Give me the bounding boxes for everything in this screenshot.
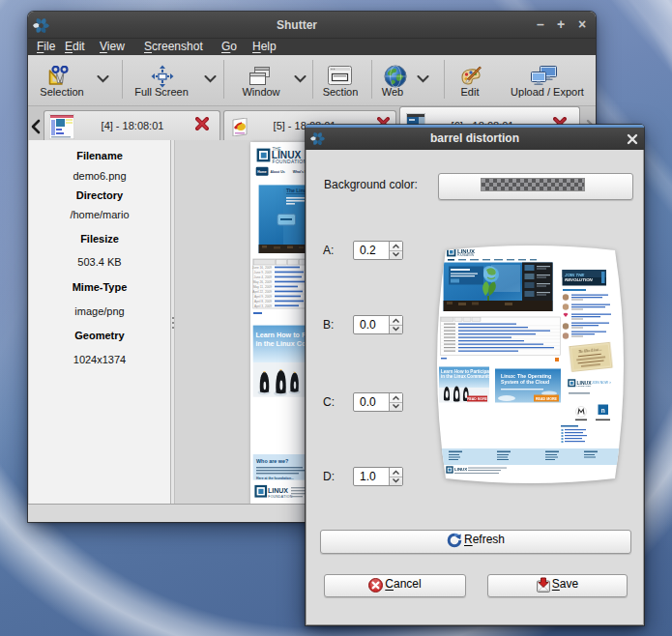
svg-text:n: n [601, 407, 605, 414]
svg-text:Learn How to P: Learn How to P [255, 331, 307, 339]
svg-text:FOUNDATION: FOUNDATION [457, 253, 474, 257]
svg-text:JOIN NOW >: JOIN NOW > [592, 381, 611, 385]
svg-text:REVOLUTION: REVOLUTION [565, 277, 594, 282]
svg-text:in the Linux Community: in the Linux Community [441, 374, 492, 379]
svg-text:April 9, 2009: April 9, 2009 [254, 295, 272, 299]
svg-text:April 22, 2009: April 22, 2009 [252, 290, 272, 294]
svg-text:READ MORE: READ MORE [467, 397, 487, 401]
svg-text:FOUNDATION: FOUNDATION [268, 495, 292, 499]
svg-text:April 3, 2009: April 3, 2009 [254, 304, 272, 308]
svg-text:JOIN THE: JOIN THE [565, 273, 585, 277]
svg-text:June 16, 2009: June 16, 2009 [252, 266, 272, 270]
svg-text:FOUNDATION: FOUNDATION [273, 159, 307, 164]
svg-text:in the Linux Co: in the Linux Co [255, 339, 307, 348]
svg-text:Here at the foundation...: Here at the foundation... [256, 477, 294, 480]
svg-text:READ MORE: READ MORE [536, 397, 558, 401]
svg-text:June 4, 2009: June 4, 2009 [254, 275, 273, 279]
svg-text:LINUX: LINUX [268, 487, 288, 494]
svg-text:About Us: About Us [270, 170, 284, 174]
svg-text:April 8, 2009: April 8, 2009 [254, 300, 272, 304]
svg-text:June 9, 2009: June 9, 2009 [254, 271, 273, 275]
svg-text:Who are we?: Who are we? [256, 458, 288, 464]
svg-text:LINUX: LINUX [454, 467, 467, 472]
svg-text:May 26, 2009: May 26, 2009 [253, 280, 273, 284]
svg-text:Home: Home [257, 170, 267, 174]
svg-text:FOUNDATION: FOUNDATION [577, 385, 592, 387]
svg-text:System of the Cloud: System of the Cloud [501, 379, 549, 385]
svg-text:May 11, 2009: May 11, 2009 [253, 285, 272, 289]
